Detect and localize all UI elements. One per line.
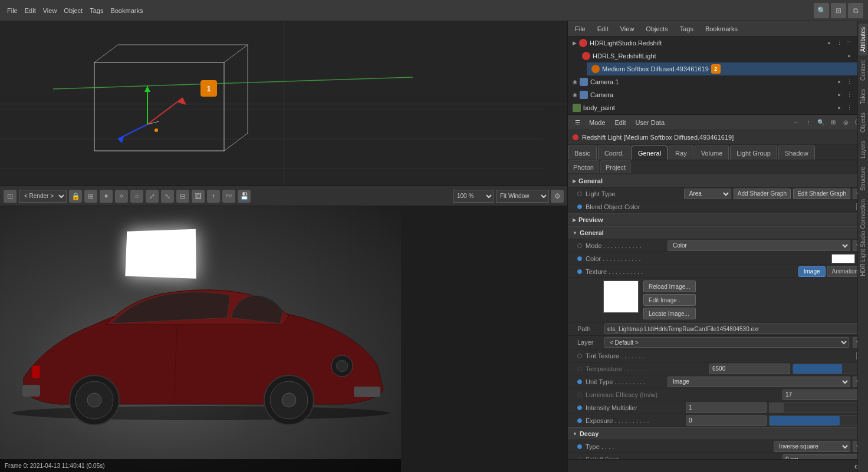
vtab-hdrlightstudio[interactable]: HDR Light Studio Connection: [859, 196, 867, 280]
magic-wand-icon[interactable]: ✦: [100, 190, 113, 203]
list-item-redshiftlight[interactable]: HDRLS_RedshiftLight ● ⋮: [577, 49, 868, 62]
intensity-input[interactable]: [686, 402, 767, 413]
edit-shader-graph-btn[interactable]: Edit Shader Graph: [793, 189, 850, 199]
props-search-btn[interactable]: 🔍: [816, 117, 826, 128]
mode-select[interactable]: Color: [668, 240, 850, 251]
obj-eye3-icon[interactable]: ●: [835, 78, 843, 86]
vtab-content[interactable]: Content: [859, 57, 867, 84]
list-item-camera1[interactable]: ◉ Camera.1 ● ⋮ ∷: [568, 75, 868, 88]
fit-icon[interactable]: ⤡: [161, 190, 174, 203]
render-preset-select[interactable]: < Render >: [19, 190, 67, 203]
section-header-general-sub[interactable]: ▼ General: [568, 226, 868, 239]
tab-shadow[interactable]: Shadow: [778, 146, 815, 160]
tab-photon[interactable]: Photon: [568, 160, 599, 173]
props-filter-btn[interactable]: ⊞: [828, 117, 839, 128]
menu-obj-edit[interactable]: Edit: [595, 24, 611, 34]
exposure-bar[interactable]: [769, 415, 863, 426]
path-input[interactable]: [604, 324, 863, 334]
tab-general[interactable]: General: [632, 146, 668, 160]
props-back-btn[interactable]: ←: [791, 117, 801, 128]
vtab-layers[interactable]: Layers: [859, 137, 867, 162]
list-item-softbox[interactable]: Medium Softbox Diffused.493461619 2: [587, 62, 868, 75]
luminous-input[interactable]: [782, 390, 863, 400]
obj-dots8-icon[interactable]: ⋮: [845, 104, 853, 112]
props-lock-btn[interactable]: ◎: [840, 117, 851, 128]
checkerboard-icon[interactable]: ⊞: [84, 190, 97, 203]
render-settings-icon[interactable]: ⚙: [551, 190, 564, 203]
props-mode-menu[interactable]: Mode: [587, 118, 608, 127]
fit-mode-select[interactable]: Fit Window: [496, 190, 549, 203]
save-render-icon[interactable]: 💾: [238, 190, 251, 203]
props-menu-icon[interactable]: ☰: [573, 118, 582, 127]
menu-tags[interactable]: Tags: [87, 6, 106, 15]
menu-bookmarks[interactable]: Bookmarks: [108, 6, 145, 15]
temperature-input[interactable]: [709, 364, 790, 374]
texture-thumbnail[interactable]: [603, 280, 639, 313]
vtab-attributes[interactable]: Attributes: [859, 24, 867, 55]
pv-icon[interactable]: PV: [222, 190, 235, 203]
obj-eye5-icon[interactable]: ●: [835, 104, 843, 112]
texture-image-btn[interactable]: Image: [798, 266, 826, 277]
tab-ray[interactable]: Ray: [669, 146, 693, 160]
intensity-bar[interactable]: [769, 402, 863, 413]
obj-dots2-icon[interactable]: ∷: [845, 39, 853, 47]
obj-dots1-icon[interactable]: ⋮: [835, 39, 843, 47]
plus-icon[interactable]: +: [207, 190, 220, 203]
menu-object[interactable]: Object: [61, 6, 85, 15]
tab-lightgroup[interactable]: Light Group: [730, 146, 777, 160]
circle-icon[interactable]: ○: [130, 190, 143, 203]
layer-select[interactable]: < Default >: [604, 337, 849, 348]
lighttype-select[interactable]: Area: [684, 189, 731, 199]
obj-dots4-icon[interactable]: ⋮: [845, 78, 853, 86]
menu-obj-bookmarks[interactable]: Bookmarks: [703, 24, 740, 34]
falloffstart-input[interactable]: [782, 454, 863, 460]
tab-volume[interactable]: Volume: [695, 146, 729, 160]
section-header-preview[interactable]: ▶ Preview: [568, 213, 868, 226]
reload-image-btn[interactable]: Reload Image...: [643, 280, 696, 292]
window-full-icon[interactable]: ⧉: [848, 3, 863, 18]
props-edit-menu[interactable]: Edit: [613, 118, 629, 127]
obj-eye4-icon[interactable]: ●: [835, 91, 843, 99]
props-up-btn[interactable]: ↑: [803, 117, 814, 128]
filter-icon[interactable]: ⊞: [831, 3, 846, 18]
section-header-decay[interactable]: ▼ Decay: [568, 427, 868, 440]
locate-image-btn[interactable]: Locate Image...: [643, 308, 696, 319]
tab-coord[interactable]: Coord.: [598, 146, 630, 160]
sparkle-icon[interactable]: ✧: [115, 190, 128, 203]
edit-image-btn[interactable]: Edit Image .: [643, 294, 696, 306]
temperature-bar[interactable]: [793, 364, 863, 374]
tab-basic[interactable]: Basic: [568, 146, 597, 160]
menu-file[interactable]: File: [5, 6, 20, 15]
lock-icon[interactable]: 🔒: [69, 190, 82, 203]
vtab-takes[interactable]: Takes: [859, 85, 867, 108]
add-shader-graph-btn[interactable]: Add Shader Graph: [734, 189, 791, 199]
section-header-general[interactable]: ▶ General: [568, 174, 868, 187]
exposure-input[interactable]: [686, 415, 767, 426]
fullscreen-icon[interactable]: ⤢: [146, 190, 159, 203]
menu-obj-objects[interactable]: Objects: [643, 24, 670, 34]
props-userdata-menu[interactable]: User Data: [633, 118, 668, 127]
vtab-structure[interactable]: Structure: [859, 163, 867, 194]
list-item-camera[interactable]: ◉ Camera ● ⋮ ∷: [568, 88, 868, 101]
unittype-select[interactable]: Image: [668, 377, 850, 387]
menu-view[interactable]: View: [41, 6, 60, 15]
menu-obj-view[interactable]: View: [618, 24, 637, 34]
image-icon[interactable]: 🖼: [192, 190, 205, 203]
zoom-select[interactable]: 100 %: [453, 190, 494, 203]
obj-eye2-icon[interactable]: ●: [845, 52, 853, 60]
region-icon[interactable]: ⊟: [176, 190, 189, 203]
decaytype-select[interactable]: Inverse-square: [774, 441, 850, 452]
list-item-bodypaint[interactable]: body_paint ● ⋮ ∷: [568, 101, 868, 114]
crop-icon[interactable]: ⊡: [4, 190, 17, 203]
search-icon[interactable]: 🔍: [814, 3, 829, 18]
viewport-3d[interactable]: 1: [0, 21, 567, 186]
tab-project[interactable]: Project: [600, 160, 631, 173]
menu-edit[interactable]: Edit: [22, 6, 38, 15]
obj-eye-icon[interactable]: ●: [825, 39, 833, 47]
color-swatch[interactable]: [831, 254, 855, 263]
menu-obj-tags[interactable]: Tags: [678, 24, 696, 34]
vtab-objects[interactable]: Objects: [859, 109, 867, 136]
obj-dots6-icon[interactable]: ⋮: [845, 91, 853, 99]
list-item-hdrlightstudio[interactable]: ▶ HDRLightStudio.Redshift ● ⋮ ∷ ■: [568, 37, 868, 49]
menu-obj-file[interactable]: File: [573, 24, 588, 34]
